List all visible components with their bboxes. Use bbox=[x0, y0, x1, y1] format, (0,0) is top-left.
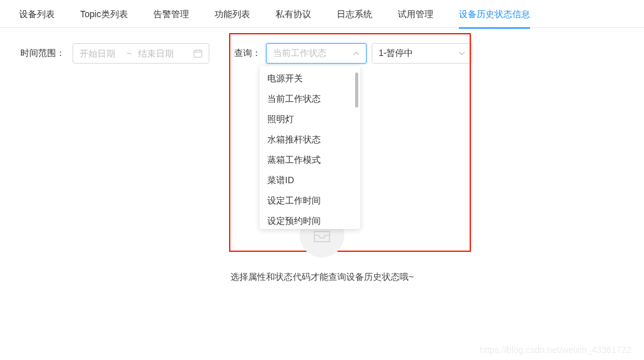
start-date-input[interactable] bbox=[80, 48, 120, 59]
dropdown-option[interactable]: 设定预约时间 bbox=[260, 211, 360, 226]
dropdown-option[interactable]: 蒸箱工作模式 bbox=[260, 150, 360, 170]
calendar-icon bbox=[193, 49, 202, 58]
tab-private-protocol[interactable]: 私有协议 bbox=[263, 0, 324, 28]
end-date-input[interactable] bbox=[138, 48, 179, 59]
tab-alarm[interactable]: 告警管理 bbox=[141, 0, 202, 28]
tab-history-status[interactable]: 设备历史状态信息 bbox=[446, 0, 543, 28]
tab-function-list[interactable]: 功能列表 bbox=[202, 0, 263, 28]
query-group: 查询： 当前工作状态 1-暂停中 bbox=[234, 43, 472, 64]
svg-rect-0 bbox=[194, 50, 202, 57]
query-label: 查询： bbox=[234, 48, 261, 59]
attribute-select-value: 当前工作状态 bbox=[273, 48, 326, 59]
date-separator: ~ bbox=[127, 48, 132, 59]
attribute-select[interactable]: 当前工作状态 bbox=[266, 43, 367, 64]
dropdown-option[interactable]: 电源开关 bbox=[260, 69, 360, 89]
dropdown-option[interactable]: 当前工作状态 bbox=[260, 89, 360, 109]
dropdown-scrollbar[interactable] bbox=[355, 73, 358, 107]
watermark: https://blog.csdn.net/weixin_43361722 bbox=[480, 345, 631, 355]
time-range-label: 时间范围： bbox=[20, 48, 65, 59]
empty-state-text: 选择属性和状态代码才能查询设备历史状态哦~ bbox=[230, 272, 414, 283]
dropdown-option[interactable]: 水箱推杆状态 bbox=[260, 130, 360, 150]
tab-topic-list[interactable]: Topic类列表 bbox=[67, 0, 141, 28]
tab-devices[interactable]: 设备列表 bbox=[6, 0, 67, 28]
tab-trial[interactable]: 试用管理 bbox=[385, 0, 446, 28]
chevron-down-icon bbox=[459, 50, 465, 57]
tab-log-system[interactable]: 日志系统 bbox=[324, 0, 385, 28]
status-select-value: 1-暂停中 bbox=[379, 48, 413, 59]
status-select[interactable]: 1-暂停中 bbox=[372, 43, 472, 64]
tabs-bar: 设备列表 Topic类列表 告警管理 功能列表 私有协议 日志系统 试用管理 设… bbox=[0, 0, 644, 28]
date-range-picker[interactable]: ~ bbox=[73, 43, 209, 64]
attribute-dropdown: 电源开关 当前工作状态 照明灯 水箱推杆状态 蒸箱工作模式 菜谱ID 设定工作时… bbox=[260, 66, 360, 229]
dropdown-option[interactable]: 照明灯 bbox=[260, 109, 360, 130]
chevron-up-icon bbox=[353, 50, 360, 57]
dropdown-option[interactable]: 设定工作时间 bbox=[260, 191, 360, 211]
dropdown-option[interactable]: 菜谱ID bbox=[260, 170, 360, 191]
